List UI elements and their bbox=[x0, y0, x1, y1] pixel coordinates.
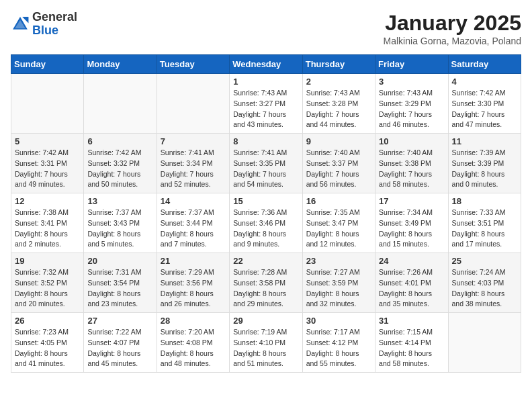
weekday-header-friday: Friday bbox=[375, 55, 448, 74]
week-row-1: 1Sunrise: 7:43 AMSunset: 3:27 PMDaylight… bbox=[11, 74, 521, 134]
day-number: 8 bbox=[233, 136, 298, 146]
day-cell: 10Sunrise: 7:40 AMSunset: 3:38 PMDayligh… bbox=[375, 134, 448, 193]
day-cell: 24Sunrise: 7:26 AMSunset: 4:01 PMDayligh… bbox=[375, 253, 448, 313]
day-cell: 26Sunrise: 7:23 AMSunset: 4:05 PMDayligh… bbox=[11, 313, 84, 373]
week-row-2: 5Sunrise: 7:42 AMSunset: 3:31 PMDaylight… bbox=[11, 134, 521, 193]
month-title: January 2025 bbox=[384, 11, 521, 36]
day-cell: 20Sunrise: 7:31 AMSunset: 3:54 PMDayligh… bbox=[84, 253, 157, 313]
day-number: 26 bbox=[15, 316, 80, 326]
weekday-header-saturday: Saturday bbox=[448, 55, 521, 74]
day-info: Sunrise: 7:37 AMSunset: 3:44 PMDaylight:… bbox=[161, 208, 226, 250]
day-info: Sunrise: 7:23 AMSunset: 4:05 PMDaylight:… bbox=[15, 327, 80, 369]
location: Malkinia Gorna, Mazovia, Poland bbox=[384, 36, 521, 46]
day-number: 16 bbox=[306, 196, 371, 206]
day-cell: 2Sunrise: 7:43 AMSunset: 3:28 PMDaylight… bbox=[302, 74, 375, 134]
day-info: Sunrise: 7:42 AMSunset: 3:32 PMDaylight:… bbox=[87, 148, 152, 190]
day-number: 4 bbox=[452, 77, 517, 87]
day-number: 28 bbox=[161, 316, 226, 326]
logo-text: General Blue bbox=[32, 11, 77, 38]
day-number: 22 bbox=[233, 256, 298, 266]
day-cell: 7Sunrise: 7:41 AMSunset: 3:34 PMDaylight… bbox=[157, 134, 229, 193]
day-cell: 23Sunrise: 7:27 AMSunset: 3:59 PMDayligh… bbox=[302, 253, 375, 313]
day-info: Sunrise: 7:31 AMSunset: 3:54 PMDaylight:… bbox=[87, 267, 152, 310]
weekday-header-thursday: Thursday bbox=[302, 55, 375, 74]
day-info: Sunrise: 7:43 AMSunset: 3:29 PMDaylight:… bbox=[379, 88, 444, 130]
week-row-4: 19Sunrise: 7:32 AMSunset: 3:52 PMDayligh… bbox=[11, 253, 521, 313]
day-info: Sunrise: 7:29 AMSunset: 3:56 PMDaylight:… bbox=[161, 267, 226, 310]
day-number: 24 bbox=[379, 256, 444, 266]
day-cell: 14Sunrise: 7:37 AMSunset: 3:44 PMDayligh… bbox=[157, 193, 229, 253]
weekday-header-wednesday: Wednesday bbox=[230, 55, 302, 74]
day-info: Sunrise: 7:20 AMSunset: 4:08 PMDaylight:… bbox=[161, 327, 226, 369]
day-number: 20 bbox=[87, 256, 152, 266]
day-cell: 28Sunrise: 7:20 AMSunset: 4:08 PMDayligh… bbox=[157, 313, 229, 373]
day-number: 19 bbox=[15, 256, 80, 266]
day-number: 18 bbox=[452, 196, 517, 206]
day-info: Sunrise: 7:26 AMSunset: 4:01 PMDaylight:… bbox=[379, 267, 444, 310]
day-number: 31 bbox=[379, 316, 444, 326]
day-cell: 25Sunrise: 7:24 AMSunset: 4:03 PMDayligh… bbox=[448, 253, 521, 313]
day-cell bbox=[157, 74, 229, 134]
day-cell: 9Sunrise: 7:40 AMSunset: 3:37 PMDaylight… bbox=[302, 134, 375, 193]
day-cell: 29Sunrise: 7:19 AMSunset: 4:10 PMDayligh… bbox=[230, 313, 302, 373]
logo-icon bbox=[11, 15, 30, 34]
day-info: Sunrise: 7:42 AMSunset: 3:31 PMDaylight:… bbox=[15, 148, 80, 190]
day-number: 23 bbox=[306, 256, 371, 266]
weekday-header-row: SundayMondayTuesdayWednesdayThursdayFrid… bbox=[11, 55, 521, 74]
day-info: Sunrise: 7:28 AMSunset: 3:58 PMDaylight:… bbox=[233, 267, 298, 310]
day-cell: 5Sunrise: 7:42 AMSunset: 3:31 PMDaylight… bbox=[11, 134, 84, 193]
day-number: 14 bbox=[161, 196, 226, 206]
day-number: 30 bbox=[306, 316, 371, 326]
day-cell: 1Sunrise: 7:43 AMSunset: 3:27 PMDaylight… bbox=[230, 74, 302, 134]
day-number: 11 bbox=[452, 136, 517, 146]
day-cell bbox=[84, 74, 157, 134]
day-cell: 12Sunrise: 7:38 AMSunset: 3:41 PMDayligh… bbox=[11, 193, 84, 253]
day-number: 10 bbox=[379, 136, 444, 146]
day-info: Sunrise: 7:24 AMSunset: 4:03 PMDaylight:… bbox=[452, 267, 517, 310]
day-cell: 27Sunrise: 7:22 AMSunset: 4:07 PMDayligh… bbox=[84, 313, 157, 373]
day-number: 15 bbox=[233, 196, 298, 206]
weekday-header-monday: Monday bbox=[84, 55, 157, 74]
day-number: 1 bbox=[233, 77, 298, 87]
week-row-5: 26Sunrise: 7:23 AMSunset: 4:05 PMDayligh… bbox=[11, 313, 521, 373]
day-cell: 8Sunrise: 7:41 AMSunset: 3:35 PMDaylight… bbox=[230, 134, 302, 193]
day-cell: 6Sunrise: 7:42 AMSunset: 3:32 PMDaylight… bbox=[84, 134, 157, 193]
day-number: 5 bbox=[15, 136, 80, 146]
day-number: 3 bbox=[379, 77, 444, 87]
calendar-table: SundayMondayTuesdayWednesdayThursdayFrid… bbox=[11, 54, 521, 373]
week-row-3: 12Sunrise: 7:38 AMSunset: 3:41 PMDayligh… bbox=[11, 193, 521, 253]
day-info: Sunrise: 7:40 AMSunset: 3:37 PMDaylight:… bbox=[306, 148, 371, 190]
day-cell: 22Sunrise: 7:28 AMSunset: 3:58 PMDayligh… bbox=[230, 253, 302, 313]
day-cell: 11Sunrise: 7:39 AMSunset: 3:39 PMDayligh… bbox=[448, 134, 521, 193]
day-info: Sunrise: 7:41 AMSunset: 3:35 PMDaylight:… bbox=[233, 148, 298, 190]
day-number: 12 bbox=[15, 196, 80, 206]
day-cell: 16Sunrise: 7:35 AMSunset: 3:47 PMDayligh… bbox=[302, 193, 375, 253]
day-number: 2 bbox=[306, 77, 371, 87]
day-info: Sunrise: 7:33 AMSunset: 3:51 PMDaylight:… bbox=[452, 208, 517, 250]
day-info: Sunrise: 7:15 AMSunset: 4:14 PMDaylight:… bbox=[379, 327, 444, 369]
logo: General Blue bbox=[11, 11, 77, 38]
day-cell: 30Sunrise: 7:17 AMSunset: 4:12 PMDayligh… bbox=[302, 313, 375, 373]
day-info: Sunrise: 7:34 AMSunset: 3:49 PMDaylight:… bbox=[379, 208, 444, 250]
day-number: 13 bbox=[87, 196, 152, 206]
day-cell: 17Sunrise: 7:34 AMSunset: 3:49 PMDayligh… bbox=[375, 193, 448, 253]
day-cell: 3Sunrise: 7:43 AMSunset: 3:29 PMDaylight… bbox=[375, 74, 448, 134]
day-info: Sunrise: 7:37 AMSunset: 3:43 PMDaylight:… bbox=[87, 208, 152, 250]
day-number: 7 bbox=[161, 136, 226, 146]
day-info: Sunrise: 7:39 AMSunset: 3:39 PMDaylight:… bbox=[452, 148, 517, 190]
weekday-header-sunday: Sunday bbox=[11, 55, 84, 74]
page-header: General Blue January 2025 Malkinia Gorna… bbox=[11, 11, 521, 46]
day-info: Sunrise: 7:35 AMSunset: 3:47 PMDaylight:… bbox=[306, 208, 371, 250]
weekday-header-tuesday: Tuesday bbox=[157, 55, 229, 74]
day-cell bbox=[448, 313, 521, 373]
day-info: Sunrise: 7:40 AMSunset: 3:38 PMDaylight:… bbox=[379, 148, 444, 190]
day-info: Sunrise: 7:41 AMSunset: 3:34 PMDaylight:… bbox=[161, 148, 226, 190]
day-cell bbox=[11, 74, 84, 134]
day-number: 17 bbox=[379, 196, 444, 206]
day-number: 6 bbox=[87, 136, 152, 146]
day-info: Sunrise: 7:36 AMSunset: 3:46 PMDaylight:… bbox=[233, 208, 298, 250]
day-number: 25 bbox=[452, 256, 517, 266]
day-info: Sunrise: 7:43 AMSunset: 3:28 PMDaylight:… bbox=[306, 88, 371, 130]
day-cell: 18Sunrise: 7:33 AMSunset: 3:51 PMDayligh… bbox=[448, 193, 521, 253]
day-cell: 31Sunrise: 7:15 AMSunset: 4:14 PMDayligh… bbox=[375, 313, 448, 373]
